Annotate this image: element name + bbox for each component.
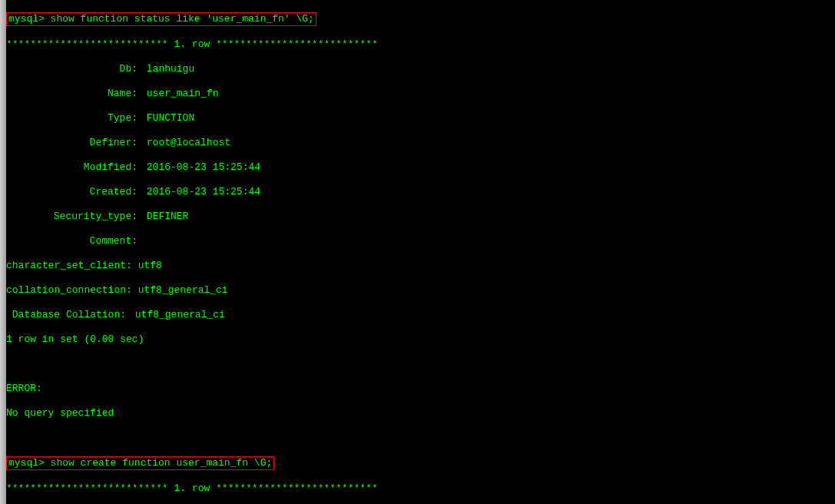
terminal-output[interactable]: mysql> show function status like 'user_m… [6,0,835,504]
highlighted-command-1: mysql> show function status like 'user_m… [6,12,316,26]
comment-label: Comment: [6,235,141,247]
type-label: Type: [6,112,141,124]
charset-line: character_set_client: utf8 [6,260,835,272]
type-value: FUNCTION [147,112,194,124]
name-label: Name: [6,88,141,100]
blank-line [6,432,835,444]
name-value: user_main_fn [147,88,219,99]
created-label: Created: [6,186,141,198]
status-name-row: Name: user_main_fn [6,88,835,100]
highlighted-command-2: mysql> show create function user_main_fn… [6,456,274,470]
security-label: Security_type: [6,211,141,223]
status-security-row: Security_type: DEFINER [6,211,835,223]
modified-label: Modified: [6,161,141,174]
status-dbcoll-row: Database Collation: utf8_general_ci [6,309,835,321]
row-separator: *************************** 1. row *****… [6,38,835,51]
dbcoll-label: Database Collation: [6,309,129,321]
security-value: DEFINER [147,211,189,222]
dbcoll-value: utf8_general_ci [135,309,225,320]
error-label: ERROR: [6,383,835,395]
status-db-row: Db: lanhuigu [6,63,835,75]
status-created-row: Created: 2016-08-23 15:25:44 [6,186,835,198]
window-edge [0,0,6,504]
status-modified-row: Modified: 2016-08-23 15:25:44 [6,161,835,174]
definer-label: Definer: [6,137,141,149]
status-type-row: Type: FUNCTION [6,112,835,124]
sql-command-2: mysql> show create function user_main_fn… [8,457,272,469]
rows-in-set: 1 row in set (0.00 sec) [6,333,835,346]
db-label: Db: [6,63,141,75]
status-comment-row: Comment: [6,235,835,247]
created-value: 2016-08-23 15:25:44 [147,186,260,197]
collation-line: collation_connection: utf8_general_ci [6,284,835,297]
definer-value: root@localhost [147,137,230,148]
db-value: lanhuigu [147,63,194,75]
modified-value: 2016-08-23 15:25:44 [147,161,260,173]
blank-line [6,358,835,370]
row-separator: *************************** 1. row *****… [6,482,835,495]
status-definer-row: Definer: root@localhost [6,137,835,149]
sql-command-1: mysql> show function status like 'user_m… [8,13,314,25]
no-query-msg: No query specified [6,407,835,419]
